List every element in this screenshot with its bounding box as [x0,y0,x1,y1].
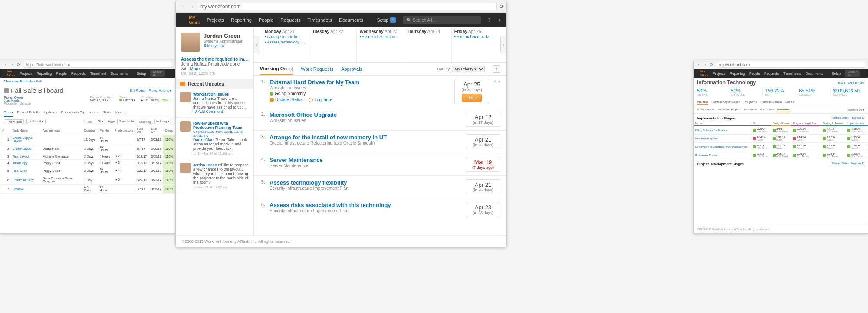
nav-requests[interactable]: Requests [71,72,86,76]
col-header[interactable]: Comp [163,126,175,135]
col-header[interactable]: Implementation [845,121,868,126]
task-row[interactable]: 2Create LayoutDwayne Ball3 Days16 Hours3… [0,144,175,153]
setup-link[interactable]: Setup [137,72,146,76]
nav-reporting[interactable]: Reporting [730,72,745,76]
url-field[interactable]: https://hub.workfront.com [24,62,172,68]
col-header[interactable]: Task Name [11,126,41,135]
work-item[interactable]: 6.Assess risks associated with this tech… [254,198,506,221]
col-header[interactable] [6,126,11,135]
tab-more[interactable]: More ▾ [785,99,795,105]
search-input[interactable]: 🔍 Search All... [403,16,481,24]
update-item[interactable]: Jordan Green I'd like to propose a few c… [176,159,253,193]
work-item[interactable]: 2.Microsoft Office UpgradeWorkstation Is… [254,108,506,131]
view-select[interactable]: Standard ▾ [117,119,136,124]
nav-timesheets[interactable]: Timesheets [783,72,801,76]
nav-reporting[interactable]: Reporting [231,17,252,23]
fwd-icon[interactable]: › [10,62,15,67]
fwd-icon[interactable]: → [187,3,195,10]
col-header[interactable]: Pln Hrs [98,126,113,135]
dismiss-button[interactable]: ✕ ▾ [493,79,500,84]
task-row[interactable]: 5Final CopyPeggy Olson2 Days16 Hours⇢ 43… [0,166,175,175]
nav-people[interactable]: People [56,72,67,76]
subtab-milestones[interactable]: Milestones [777,107,790,112]
calendar-day[interactable]: Thursday Apr 24 [404,27,451,62]
calendar-event[interactable]: Assess technology ... [265,40,306,44]
reload-icon[interactable]: ⟳ [709,62,714,67]
nav-projects[interactable]: Projects [20,72,33,76]
milestone-row[interactable]: Billing Software for Finance2/20/14(On T… [694,126,868,135]
milestone-row[interactable]: New Phone System1/14/14(Late)1/31/14(Lat… [694,135,868,143]
cal-prev-button[interactable]: ‹ [254,36,260,53]
subtab-requested[interactable]: Requested Projects [718,107,740,112]
task-row[interactable]: 4Initial CopyPeggy Olson2 Days8 Hours⇢ 3… [0,160,175,166]
calendar-day[interactable]: Monday Apr 21Arrange for the in...Assess… [262,27,309,62]
col-header[interactable]: Start [751,121,771,126]
edit-project-link[interactable]: Edit Project [130,89,145,92]
col-header[interactable]: Assignments [41,126,82,135]
work-item[interactable]: 1.External Hard Drives for My TeamWorkst… [254,76,506,108]
col-header[interactable]: # [0,126,6,135]
nav-people[interactable]: People [749,72,760,76]
tab-approvals[interactable]: Approvals [341,64,362,74]
tab-tasks[interactable]: Tasks [4,109,13,117]
tab-optimization[interactable]: Portfolio Optimization [711,99,740,105]
assess-title[interactable]: Assess the time required to im... [181,57,248,62]
mode-projected2[interactable]: Projected D [851,162,864,166]
more-link[interactable]: More [190,66,200,71]
tab-updates[interactable]: Updates [44,109,57,117]
breadcrumb[interactable]: Marketing Portfolio › Fall [0,78,175,85]
calendar-event[interactable]: Assess risks assoc... [359,35,401,39]
calendar-day[interactable]: Friday Apr 25External Hard Driv... [451,27,499,62]
nav-projects[interactable]: Projects [207,17,224,23]
col-header[interactable]: Programming & Exe... [791,121,821,126]
tab-documents[interactable]: Documents (5) [61,109,84,117]
back-icon[interactable]: ‹ [3,62,8,67]
col-header[interactable]: Duration [82,126,98,135]
mode-planned2[interactable]: Planned Dates [832,162,848,166]
work-item[interactable]: 3.Arrange for the install of new memory … [254,131,506,153]
nav-documents[interactable]: Documents [339,17,363,23]
col-header[interactable]: Design Phase [771,121,791,126]
nav-reporting[interactable]: Reporting [36,72,52,76]
update-status-link[interactable]: Update Status [270,97,302,102]
nav-mywork[interactable]: My Work [700,69,709,77]
group-select[interactable]: Nothing ▾ [154,119,171,124]
help-icon[interactable]: ? [488,17,490,23]
nav-requests[interactable]: Requests [764,72,779,76]
status-value[interactable]: Current ▾ [119,99,135,102]
back-icon[interactable]: ← [178,3,186,10]
nav-mywork[interactable]: My Work [7,69,16,77]
sort-select[interactable]: My Priority ▾ [452,66,485,72]
tab-work-requests[interactable]: Work Requests [301,64,333,74]
calendar-day[interactable]: Tuesday Apr 22 [309,27,356,62]
owner-name[interactable]: Joan Harris [4,99,31,102]
subtab-all[interactable]: All Projects [744,107,757,112]
tab-risks[interactable]: Risks [102,109,111,117]
col-header[interactable]: Due On [149,126,163,135]
mode-projected[interactable]: Projected D [851,116,864,120]
update-item[interactable]: Review Specs with Production Planning Te… [176,118,253,159]
share-link[interactable]: Share [837,81,845,84]
tab-details[interactable]: Project Details [17,109,39,117]
search-input[interactable]: Search All... [845,70,860,77]
update-item[interactable]: Workstation IssuesJenna Nuñez There are … [176,89,253,118]
nav-documents[interactable]: Documents [806,72,823,76]
star-icon[interactable]: ★ [497,17,502,23]
tab-programs[interactable]: Programs [744,99,757,105]
url-field[interactable]: my.workfront.com [717,62,865,68]
col-header[interactable]: Testing & Review [821,121,845,126]
filter-select[interactable]: All ▾ [95,119,105,124]
new-task-button[interactable]: + New Task [4,119,24,124]
col-header[interactable]: Predecessors [113,126,135,135]
reload-icon[interactable]: ⟳ [16,62,21,67]
work-item[interactable]: 4.Server MaintenanceServer MaintenanceMa… [254,153,506,176]
setup-link[interactable]: Setup1 [377,17,396,23]
done-button[interactable]: Done [462,94,482,102]
subtab-gantt[interactable]: Gantt Chart [760,107,774,112]
task-row[interactable]: 7Creative6.5 Days32 Hours3/7/173/15/1710… [0,185,175,194]
reload-icon[interactable]: ⟳ [500,3,504,10]
calendar-event[interactable]: Arrange for the in... [265,35,306,39]
nav-requests[interactable]: Requests [280,17,300,23]
showing-filter[interactable]: Showing All ▾ [848,107,864,112]
calendar-day[interactable]: Wednesday Apr 23Assess risks assoc... [356,27,404,62]
